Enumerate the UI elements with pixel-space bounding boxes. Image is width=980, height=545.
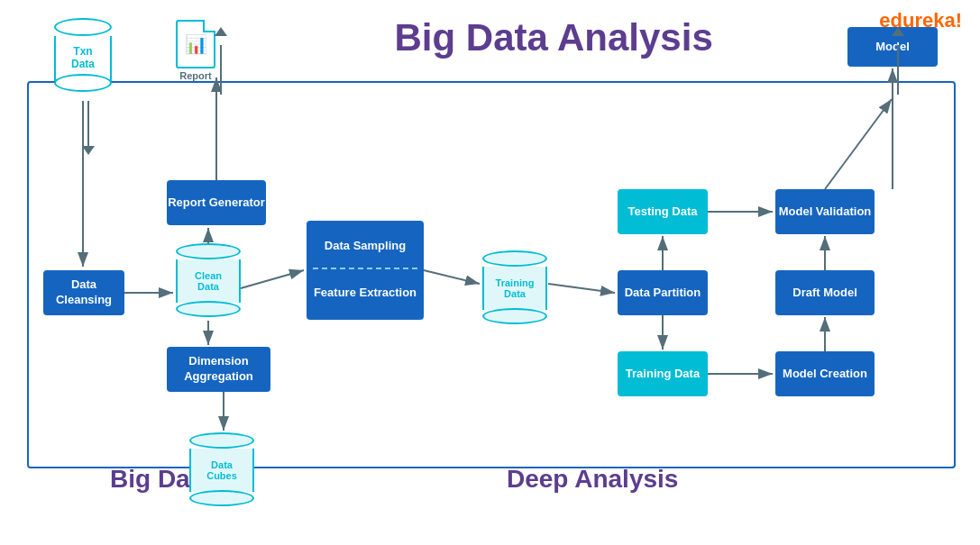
txn-data-cylinder: TxnData bbox=[54, 18, 112, 92]
clean-data-cylinder: CleanData bbox=[176, 243, 241, 317]
sampling-feature-box: Data Sampling Feature Extraction bbox=[307, 221, 424, 320]
report-icon: 📊 Report bbox=[176, 20, 215, 81]
data-sampling-label: Data Sampling bbox=[308, 223, 422, 268]
data-partition-box: Data Partition bbox=[618, 270, 708, 315]
section-label-deepanalysis: Deep Analysis bbox=[507, 465, 678, 494]
data-cubes-cylinder: DataCubes bbox=[189, 432, 254, 506]
arrow-reportgen-to-report bbox=[215, 27, 227, 95]
draft-model-box: Draft Model bbox=[775, 270, 875, 315]
data-cleansing-box: Data Cleansing bbox=[43, 270, 124, 315]
testing-data-box: Testing Data bbox=[618, 189, 708, 234]
model-creation-box: Model Creation bbox=[775, 351, 875, 396]
edureka-exclamation: ! bbox=[956, 9, 962, 32]
training-data-cylinder: TrainingData bbox=[482, 250, 547, 324]
arrow-txn-to-cleansing bbox=[82, 101, 95, 155]
feature-extraction-label: Feature Extraction bbox=[308, 269, 422, 314]
model-validation-box: Model Validation bbox=[775, 189, 875, 234]
arrow-modelval-to-model bbox=[892, 27, 904, 95]
report-label: Report bbox=[179, 70, 211, 81]
main-title: Big Data Analysis bbox=[395, 16, 713, 59]
training-data-box: Training Data bbox=[618, 351, 708, 396]
dimension-aggregation-box: Dimension Aggregation bbox=[167, 347, 270, 392]
report-generator-box: Report Generator bbox=[167, 180, 266, 225]
txn-data-label: TxnData bbox=[71, 45, 95, 71]
